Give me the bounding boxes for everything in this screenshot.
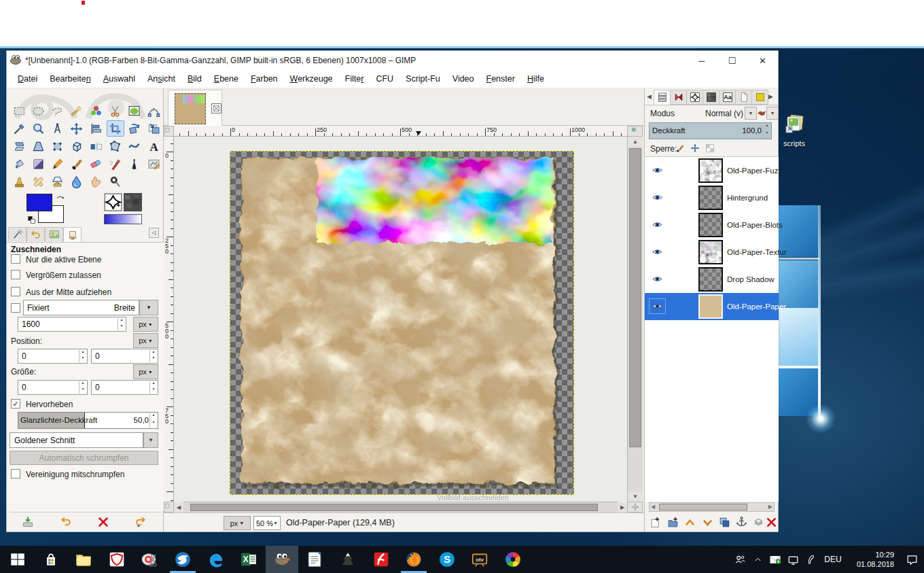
status-unit-dropdown[interactable]: px▼	[224, 516, 251, 530]
tray-clock[interactable]: 10:2901.08.2018	[847, 550, 894, 569]
menu-cfu[interactable]: CFU	[370, 71, 399, 86]
tool-move[interactable]	[68, 120, 86, 137]
tray-language[interactable]: DEU	[819, 555, 847, 564]
taskbar-gimp-icon[interactable]	[266, 546, 298, 573]
menu-fenster[interactable]: Fenster	[480, 71, 521, 86]
tool-clone[interactable]	[10, 173, 28, 190]
layers-scroll-right-icon[interactable]: ▶	[768, 504, 772, 510]
mode-extra-dropdown[interactable]: ▼	[766, 107, 779, 120]
tool-unified-transform[interactable]	[68, 138, 86, 154]
tool-dodge-burn[interactable]	[107, 173, 124, 190]
tool-eraser[interactable]	[87, 156, 105, 172]
tool-scale[interactable]	[145, 120, 162, 137]
reset-preset-button[interactable]	[134, 515, 147, 529]
hscroll-handle[interactable]	[190, 504, 598, 511]
horizontal-ruler[interactable]: 02505007501000	[174, 126, 627, 137]
highlight-opacity-slider[interactable]: Glanzlichter-Deckkraft50,0▲▼	[18, 412, 158, 429]
tool-ink[interactable]	[126, 156, 143, 172]
tray-mail-icon[interactable]	[766, 546, 784, 573]
layer-visible-icon[interactable]	[651, 246, 664, 258]
menu-bild[interactable]: Bild	[181, 71, 208, 86]
layer-visible-icon[interactable]	[651, 300, 664, 312]
vertical-ruler[interactable]: 0250500750	[164, 137, 174, 502]
mode-switch-icon[interactable]	[757, 108, 766, 120]
tool-text[interactable]: A	[145, 138, 162, 154]
zoom-image-button[interactable]	[627, 126, 643, 137]
scroll-right-icon[interactable]: ▶	[618, 502, 627, 513]
tray-notification-icon[interactable]	[900, 553, 924, 566]
menu-datei[interactable]: Datei	[12, 71, 43, 86]
tool-pencil[interactable]	[49, 156, 67, 172]
taskbar-writer-icon[interactable]	[298, 546, 331, 573]
navigation-button[interactable]	[627, 502, 643, 513]
position-unit[interactable]: px▼	[133, 333, 158, 348]
vertical-scrollbar[interactable]: ▲▼	[627, 137, 643, 502]
tray-chevron-icon[interactable]	[749, 546, 766, 573]
taskbar-skype-icon[interactable]: S	[431, 546, 463, 573]
position-x-input[interactable]: 0▲▼	[18, 349, 88, 364]
fixed-dropdown[interactable]: ▼	[139, 300, 158, 315]
tool-free-select[interactable]	[49, 103, 67, 119]
menu-filter[interactable]: Filter	[339, 71, 370, 86]
desktop-shortcut-scripts[interactable]: scripts	[779, 113, 809, 147]
taskbar-excel-icon[interactable]: X	[232, 546, 265, 573]
tab-easel[interactable]	[63, 227, 82, 243]
tab-channels[interactable]	[670, 90, 687, 105]
tool-mypaint-brush[interactable]	[145, 156, 162, 172]
size-x-input[interactable]: 0▲▼	[18, 380, 88, 395]
tool-gradient[interactable]	[29, 156, 47, 172]
layer-row[interactable]: Old-Paper-Paper	[645, 293, 779, 320]
tool-handle-transform[interactable]	[49, 138, 67, 154]
tabs-scroll-left-icon[interactable]: ◀	[647, 93, 652, 100]
layer-visible-icon[interactable]	[651, 273, 664, 285]
autoshrink-button[interactable]: Automatisch schrumpfen	[10, 451, 158, 465]
highlight-checkbox[interactable]: ✓	[11, 399, 20, 409]
checkbox-2[interactable]	[11, 287, 20, 296]
tabs-scroll-right-icon[interactable]: ▶	[768, 93, 773, 100]
tool-paths[interactable]	[145, 103, 162, 119]
layer-visible-icon[interactable]	[651, 219, 664, 230]
tool-scissors-select[interactable]	[107, 103, 124, 119]
opacity-slider[interactable]: Deckkraft 100,0 ▲▼	[649, 122, 772, 139]
tray-network-icon[interactable]	[784, 546, 802, 573]
layer-row[interactable]: Hintergrund	[645, 184, 779, 211]
maximize-button[interactable]: ☐	[717, 51, 747, 70]
default-colors-icon[interactable]	[26, 215, 36, 227]
quick-mask-toggle[interactable]	[164, 502, 174, 513]
lock-paint-icon[interactable]	[675, 143, 686, 154]
menu-script-fu[interactable]: Script-Fu	[399, 71, 446, 86]
fixed-combo[interactable]: FixiertBreite	[23, 300, 139, 315]
fixed-checkbox[interactable]	[11, 303, 20, 313]
lock-move-icon[interactable]	[690, 143, 700, 154]
tool-shear[interactable]	[10, 138, 28, 154]
tool-zoom[interactable]	[29, 120, 47, 137]
taskbar-avira-icon[interactable]	[365, 546, 397, 573]
taskbar-firefox-icon[interactable]	[397, 546, 430, 573]
tool-heal[interactable]	[29, 173, 47, 190]
active-brush-preview[interactable]	[104, 193, 122, 211]
title-bar[interactable]: *[Unbenannt]-1.0 (RGB-Farben 8-Bit-Gamma…	[7, 51, 778, 70]
checkbox-1[interactable]	[11, 270, 20, 279]
active-gradient-preview[interactable]	[104, 214, 142, 224]
taskbar-snipping-icon[interactable]	[133, 546, 166, 573]
image-tab[interactable]	[168, 90, 222, 126]
tool-flip[interactable]	[87, 138, 105, 154]
tool-bucket-fill[interactable]	[10, 156, 28, 172]
close-button[interactable]: ✕	[747, 51, 778, 70]
tray-pen-icon[interactable]	[802, 546, 819, 573]
menu-ebene[interactable]: Ebene	[208, 71, 245, 86]
canvas-image[interactable]	[230, 151, 574, 495]
taskbar-thunderbird-icon[interactable]	[166, 546, 199, 573]
tool-measure[interactable]	[49, 120, 67, 137]
delete-layer-button[interactable]	[765, 516, 779, 529]
vscroll-handle[interactable]	[629, 148, 641, 447]
layers-scroll-left-icon[interactable]: ◀	[651, 504, 655, 510]
position-y-input[interactable]: 0▲▼	[91, 349, 158, 364]
layer-row[interactable]: Drop Shadow	[645, 266, 779, 293]
size-unit[interactable]: px▼	[133, 364, 158, 379]
tab-gradient-diamond[interactable]	[686, 90, 703, 105]
merge-down-button[interactable]	[752, 516, 766, 529]
scroll-up-icon[interactable]: ▲	[628, 137, 643, 147]
tab-device-status[interactable]	[45, 227, 63, 241]
menu-ansicht[interactable]: Ansicht	[141, 71, 181, 86]
